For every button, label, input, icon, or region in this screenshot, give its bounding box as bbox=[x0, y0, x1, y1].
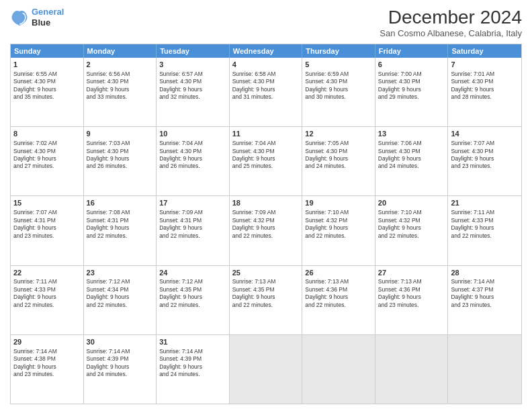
day-info: Sunrise: 7:01 AM Sunset: 4:30 PM Dayligh… bbox=[451, 71, 519, 101]
day-info: Sunrise: 7:13 AM Sunset: 4:36 PM Dayligh… bbox=[378, 278, 445, 309]
day-number: 30 bbox=[87, 337, 154, 347]
day-number: 3 bbox=[159, 60, 226, 70]
calendar-cell: 29Sunrise: 7:14 AM Sunset: 4:38 PM Dayli… bbox=[11, 335, 84, 404]
calendar-cell: 6Sunrise: 7:00 AM Sunset: 4:30 PM Daylig… bbox=[375, 58, 449, 126]
day-info: Sunrise: 7:11 AM Sunset: 4:33 PM Dayligh… bbox=[451, 209, 519, 240]
calendar-cell: 16Sunrise: 7:08 AM Sunset: 4:31 PM Dayli… bbox=[84, 196, 157, 265]
day-info: Sunrise: 7:14 AM Sunset: 4:38 PM Dayligh… bbox=[13, 348, 81, 379]
calendar-cell: 20Sunrise: 7:10 AM Sunset: 4:32 PM Dayli… bbox=[375, 196, 449, 265]
day-number: 7 bbox=[451, 60, 519, 70]
calendar-cell: 19Sunrise: 7:10 AM Sunset: 4:32 PM Dayli… bbox=[302, 196, 375, 265]
day-number: 1 bbox=[13, 60, 81, 70]
day-number: 2 bbox=[87, 60, 154, 70]
calendar-header-cell: Saturday bbox=[448, 44, 521, 58]
calendar-cell: 13Sunrise: 7:06 AM Sunset: 4:30 PM Dayli… bbox=[375, 127, 449, 195]
day-info: Sunrise: 7:08 AM Sunset: 4:31 PM Dayligh… bbox=[87, 209, 154, 240]
day-number: 28 bbox=[451, 268, 519, 278]
day-number: 31 bbox=[159, 337, 226, 347]
calendar-cell: 17Sunrise: 7:09 AM Sunset: 4:31 PM Dayli… bbox=[157, 196, 230, 265]
calendar-cell: 3Sunrise: 6:57 AM Sunset: 4:30 PM Daylig… bbox=[157, 58, 230, 126]
day-number: 22 bbox=[13, 268, 81, 278]
page: General Blue December 2024 San Cosmo Alb… bbox=[0, 0, 532, 411]
calendar-cell: 11Sunrise: 7:04 AM Sunset: 4:30 PM Dayli… bbox=[230, 127, 303, 195]
day-number: 25 bbox=[232, 268, 300, 278]
calendar-cell: 2Sunrise: 6:56 AM Sunset: 4:30 PM Daylig… bbox=[84, 58, 157, 126]
calendar-cell: 12Sunrise: 7:05 AM Sunset: 4:30 PM Dayli… bbox=[302, 127, 375, 195]
day-info: Sunrise: 7:13 AM Sunset: 4:36 PM Dayligh… bbox=[305, 278, 372, 309]
day-info: Sunrise: 7:14 AM Sunset: 4:39 PM Dayligh… bbox=[87, 348, 154, 379]
calendar-header-cell: Sunday bbox=[11, 44, 84, 58]
day-number: 18 bbox=[232, 198, 300, 208]
day-info: Sunrise: 7:03 AM Sunset: 4:30 PM Dayligh… bbox=[87, 140, 154, 171]
calendar-cell: 10Sunrise: 7:04 AM Sunset: 4:30 PM Dayli… bbox=[157, 127, 230, 195]
day-info: Sunrise: 7:09 AM Sunset: 4:31 PM Dayligh… bbox=[159, 209, 226, 240]
day-info: Sunrise: 7:00 AM Sunset: 4:30 PM Dayligh… bbox=[378, 71, 445, 101]
day-info: Sunrise: 7:10 AM Sunset: 4:32 PM Dayligh… bbox=[378, 209, 445, 240]
day-info: Sunrise: 7:10 AM Sunset: 4:32 PM Dayligh… bbox=[305, 209, 372, 240]
day-number: 8 bbox=[13, 129, 81, 139]
day-info: Sunrise: 7:07 AM Sunset: 4:30 PM Dayligh… bbox=[451, 140, 519, 171]
calendar-cell: 7Sunrise: 7:01 AM Sunset: 4:30 PM Daylig… bbox=[448, 58, 521, 126]
day-info: Sunrise: 7:14 AM Sunset: 4:37 PM Dayligh… bbox=[451, 278, 519, 309]
calendar-cell-empty bbox=[448, 335, 521, 404]
calendar-header-cell: Tuesday bbox=[157, 44, 230, 58]
day-number: 19 bbox=[305, 198, 372, 208]
calendar-cell: 28Sunrise: 7:14 AM Sunset: 4:37 PM Dayli… bbox=[448, 266, 521, 334]
day-info: Sunrise: 6:56 AM Sunset: 4:30 PM Dayligh… bbox=[87, 71, 154, 101]
calendar: SundayMondayTuesdayWednesdayThursdayFrid… bbox=[10, 44, 522, 404]
calendar-cell: 23Sunrise: 7:12 AM Sunset: 4:34 PM Dayli… bbox=[84, 266, 157, 334]
day-number: 23 bbox=[87, 268, 154, 278]
calendar-cell: 22Sunrise: 7:11 AM Sunset: 4:33 PM Dayli… bbox=[11, 266, 84, 334]
day-number: 17 bbox=[159, 198, 226, 208]
calendar-cell: 31Sunrise: 7:14 AM Sunset: 4:39 PM Dayli… bbox=[157, 335, 230, 404]
day-info: Sunrise: 7:04 AM Sunset: 4:30 PM Dayligh… bbox=[159, 140, 226, 171]
day-info: Sunrise: 7:06 AM Sunset: 4:30 PM Dayligh… bbox=[378, 140, 445, 171]
day-number: 4 bbox=[232, 60, 300, 70]
day-info: Sunrise: 7:05 AM Sunset: 4:30 PM Dayligh… bbox=[305, 140, 372, 171]
calendar-week: 22Sunrise: 7:11 AM Sunset: 4:33 PM Dayli… bbox=[11, 265, 521, 334]
day-info: Sunrise: 7:07 AM Sunset: 4:31 PM Dayligh… bbox=[13, 209, 81, 240]
day-info: Sunrise: 7:02 AM Sunset: 4:30 PM Dayligh… bbox=[13, 140, 81, 171]
subtitle: San Cosmo Albanese, Calabria, Italy bbox=[380, 28, 522, 38]
day-info: Sunrise: 7:11 AM Sunset: 4:33 PM Dayligh… bbox=[13, 278, 81, 309]
day-info: Sunrise: 7:04 AM Sunset: 4:30 PM Dayligh… bbox=[232, 140, 300, 171]
day-number: 5 bbox=[305, 60, 372, 70]
day-info: Sunrise: 6:55 AM Sunset: 4:30 PM Dayligh… bbox=[13, 71, 81, 101]
day-number: 11 bbox=[232, 129, 300, 139]
day-number: 6 bbox=[378, 60, 445, 70]
day-number: 15 bbox=[13, 198, 81, 208]
day-info: Sunrise: 7:13 AM Sunset: 4:35 PM Dayligh… bbox=[232, 278, 300, 309]
day-info: Sunrise: 6:57 AM Sunset: 4:30 PM Dayligh… bbox=[159, 71, 226, 101]
calendar-week: 29Sunrise: 7:14 AM Sunset: 4:38 PM Dayli… bbox=[11, 334, 521, 404]
day-number: 27 bbox=[378, 268, 445, 278]
calendar-cell-empty bbox=[375, 335, 449, 404]
day-number: 16 bbox=[87, 198, 154, 208]
calendar-week: 1Sunrise: 6:55 AM Sunset: 4:30 PM Daylig… bbox=[11, 58, 521, 126]
day-number: 26 bbox=[305, 268, 372, 278]
calendar-header-cell: Thursday bbox=[302, 44, 375, 58]
calendar-header-row: SundayMondayTuesdayWednesdayThursdayFrid… bbox=[11, 44, 521, 58]
logo-icon bbox=[10, 8, 29, 27]
calendar-week: 8Sunrise: 7:02 AM Sunset: 4:30 PM Daylig… bbox=[11, 126, 521, 195]
calendar-cell: 26Sunrise: 7:13 AM Sunset: 4:36 PM Dayli… bbox=[302, 266, 375, 334]
calendar-cell-empty bbox=[302, 335, 375, 404]
calendar-cell: 30Sunrise: 7:14 AM Sunset: 4:39 PM Dayli… bbox=[84, 335, 157, 404]
calendar-cell: 15Sunrise: 7:07 AM Sunset: 4:31 PM Dayli… bbox=[11, 196, 84, 265]
day-info: Sunrise: 6:58 AM Sunset: 4:30 PM Dayligh… bbox=[232, 71, 300, 101]
calendar-cell: 5Sunrise: 6:59 AM Sunset: 4:30 PM Daylig… bbox=[302, 58, 375, 126]
calendar-cell: 18Sunrise: 7:09 AM Sunset: 4:32 PM Dayli… bbox=[230, 196, 303, 265]
calendar-body: 1Sunrise: 6:55 AM Sunset: 4:30 PM Daylig… bbox=[11, 58, 521, 404]
logo-blue: Blue bbox=[32, 17, 64, 28]
day-number: 29 bbox=[13, 337, 81, 347]
calendar-cell: 1Sunrise: 6:55 AM Sunset: 4:30 PM Daylig… bbox=[11, 58, 84, 126]
day-number: 10 bbox=[159, 129, 226, 139]
day-info: Sunrise: 7:14 AM Sunset: 4:39 PM Dayligh… bbox=[159, 348, 226, 379]
main-title: December 2024 bbox=[380, 7, 522, 28]
day-info: Sunrise: 7:12 AM Sunset: 4:35 PM Dayligh… bbox=[159, 278, 226, 309]
calendar-cell: 27Sunrise: 7:13 AM Sunset: 4:36 PM Dayli… bbox=[375, 266, 449, 334]
day-number: 9 bbox=[87, 129, 154, 139]
calendar-cell: 25Sunrise: 7:13 AM Sunset: 4:35 PM Dayli… bbox=[230, 266, 303, 334]
calendar-cell-empty bbox=[230, 335, 303, 404]
day-number: 12 bbox=[305, 129, 372, 139]
day-info: Sunrise: 7:12 AM Sunset: 4:34 PM Dayligh… bbox=[87, 278, 154, 309]
